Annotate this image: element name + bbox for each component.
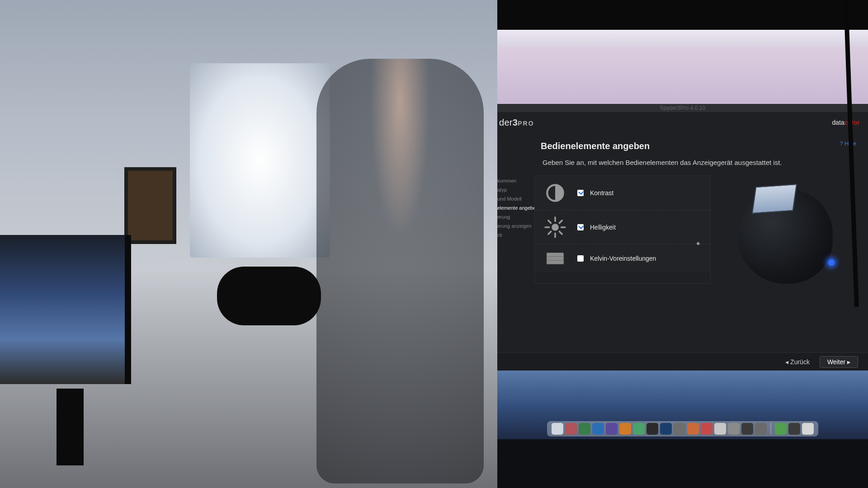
kelvin-label: Kelvin-Voreinstellungen <box>590 255 656 262</box>
svg-line-7 <box>559 231 562 234</box>
dock-app-icon[interactable] <box>619 423 631 435</box>
dock-app-icon[interactable] <box>646 423 658 435</box>
wizard-step[interactable]: und Modell <box>497 194 534 203</box>
spyder-sensor-illustration <box>738 189 833 284</box>
dock-app-icon[interactable] <box>606 423 618 435</box>
company-brand: datacolor <box>832 119 860 126</box>
option-brightness[interactable]: Helligkeit ⌖ <box>535 210 710 244</box>
contrast-checkbox[interactable] <box>577 190 584 196</box>
macos-dock[interactable] <box>547 421 818 436</box>
kelvin-checkbox[interactable] <box>577 255 584 262</box>
wizard-step[interactable]: erung anzeigen <box>497 221 534 230</box>
back-button-label: Zurück <box>790 358 810 366</box>
svg-line-9 <box>548 231 551 234</box>
dock-app-icon[interactable] <box>741 423 753 435</box>
company-part1: data <box>832 119 844 126</box>
wizard-step-list: kommen atyp und Modell elemente angeben … <box>497 175 534 284</box>
dock-app-icon[interactable] <box>592 423 604 435</box>
dock-app-icon[interactable] <box>552 423 563 435</box>
app-brand: der3PRO <box>499 117 534 128</box>
svg-line-6 <box>548 220 551 223</box>
dock-app-icon[interactable] <box>714 423 726 435</box>
svg-line-8 <box>559 220 562 223</box>
option-kelvin-presets[interactable]: Kelvin-Voreinstellungen <box>535 244 710 272</box>
svg-rect-10 <box>547 253 563 264</box>
dock-app-icon[interactable] <box>802 423 814 435</box>
dock-app-icon[interactable] <box>660 423 672 435</box>
presenter-scene <box>0 0 497 488</box>
presenter-silhouette <box>316 59 484 483</box>
wizard-footer: ◂ Zurück Weiter ▸ <box>497 352 868 371</box>
monitor-closeup: Spyder3Pro 4.0.10 der3PRO datacolor Bedi… <box>497 0 868 488</box>
room-window <box>190 63 330 258</box>
brand-prefix: der <box>499 117 513 127</box>
contrast-label: Kontrast <box>590 189 613 197</box>
dock-app-icon[interactable] <box>775 423 787 435</box>
svg-point-1 <box>552 224 559 231</box>
mouse-cursor-icon: ⌖ <box>696 239 700 248</box>
dock-separator <box>770 423 771 435</box>
brightness-label: Helligkeit <box>590 224 616 231</box>
kelvin-presets-icon <box>539 244 571 273</box>
brand-suffix: PRO <box>518 120 534 127</box>
page-title: Bedienelemente angeben <box>497 130 868 155</box>
wizard-step-active[interactable]: elemente angeben <box>497 203 534 212</box>
sensor-led-icon <box>828 259 835 266</box>
monitor-stand <box>57 389 84 465</box>
spyder3pro-window: Spyder3Pro 4.0.10 der3PRO datacolor Bedi… <box>497 104 868 371</box>
next-button[interactable]: Weiter ▸ <box>820 356 858 368</box>
desktop-wallpaper-top <box>497 47 868 104</box>
back-button[interactable]: ◂ Zurück <box>785 358 810 366</box>
window-title: Spyder3Pro 4.0.10 <box>497 105 868 111</box>
next-button-label: Weiter <box>827 358 845 366</box>
mac-menubar <box>497 30 868 47</box>
desk-monitor <box>0 235 131 384</box>
app-header: der3PRO datacolor <box>497 112 868 130</box>
dock-app-icon[interactable] <box>687 423 699 435</box>
contrast-icon <box>539 178 571 207</box>
monitor-bezel-top <box>497 0 868 30</box>
wizard-step[interactable]: erung <box>497 212 534 221</box>
brand-number: 3 <box>513 117 518 127</box>
dock-app-icon[interactable] <box>788 423 800 435</box>
help-link[interactable]: ? Hilfe <box>840 140 856 147</box>
wizard-step[interactable]: atyp <box>497 185 534 194</box>
brightness-icon <box>539 213 571 242</box>
wall-photo-frame <box>124 167 176 244</box>
display-controls-options: Kontrast <box>534 175 711 284</box>
desktop-wallpaper-bottom <box>497 371 868 439</box>
dock-app-icon[interactable] <box>565 423 577 435</box>
camera-on-tripod <box>217 267 321 325</box>
dock-app-icon[interactable] <box>701 423 712 435</box>
dock-app-icon[interactable] <box>755 423 767 435</box>
dock-app-icon[interactable] <box>633 423 645 435</box>
option-contrast[interactable]: Kontrast <box>535 176 710 210</box>
dock-app-icon[interactable] <box>674 423 685 435</box>
wizard-step[interactable]: ck <box>497 230 534 239</box>
page-instructions: Geben Sie an, mit welchen Bedienelemente… <box>497 155 868 175</box>
dock-app-icon[interactable] <box>579 423 590 435</box>
wizard-step[interactable]: kommen <box>497 176 534 185</box>
dock-app-icon[interactable] <box>728 423 740 435</box>
brightness-checkbox[interactable] <box>577 224 584 230</box>
sensor-monitor-graphic <box>752 184 797 214</box>
device-preview <box>711 175 868 284</box>
